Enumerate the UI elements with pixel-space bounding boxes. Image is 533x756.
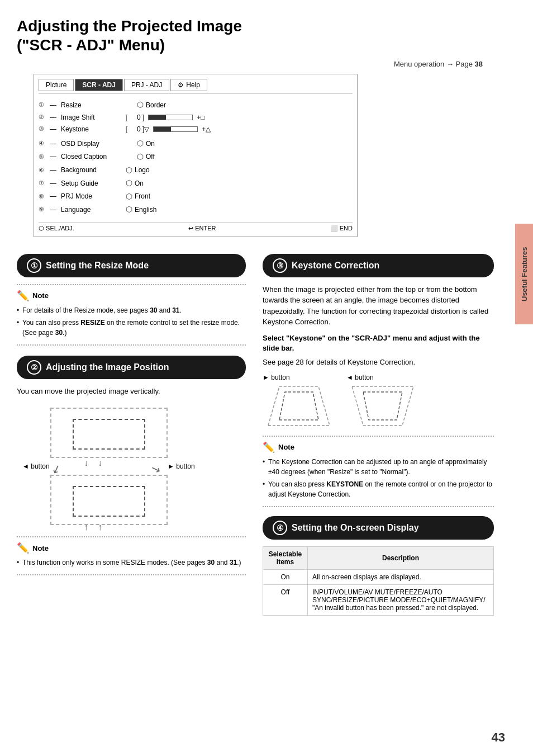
menu-row-language: ⑨ — Language ⬡ English	[39, 203, 353, 216]
arrow-icon-6: ⬡	[126, 165, 132, 176]
section1-header: ① Setting the Resize Mode	[17, 254, 246, 277]
slider-bar-keystone	[153, 126, 198, 132]
keystone-left-item: ◄ button	[346, 374, 419, 430]
table-cell-off-desc: INPUT/VOLUME/AV MUTE/FREEZE/AUTO SYNC/RE…	[308, 584, 494, 615]
note2-label: Note	[32, 544, 49, 552]
row-value-language: ⬡ English	[126, 204, 353, 215]
up-arrow2: ↑	[98, 522, 102, 532]
menu-tab-help: ⚙ Help	[170, 79, 207, 91]
menu-footer: ⬡ SEL./ADJ. ↩ ENTER ⬜ END	[39, 222, 353, 232]
section2-number: ②	[27, 360, 41, 375]
row-value-imageshift: 0 ]+□	[137, 113, 353, 122]
table-header-desc: Description	[308, 546, 494, 569]
row-dash-4: —	[50, 139, 59, 149]
row-value-keystone: 0 ]▽+△	[137, 125, 353, 134]
row-num-3: ③	[39, 125, 50, 133]
row-num-4: ④	[39, 139, 50, 148]
row-dash-1: —	[50, 101, 59, 110]
footer-seladj: ⬡ SEL./ADJ.	[39, 225, 74, 232]
menu-tab-scradj: SCR - ADJ	[75, 79, 123, 91]
table-cell-on: On	[263, 569, 308, 584]
section4-title: Setting the On-screen Display	[292, 523, 419, 533]
note3-content: The Keystone Correction can be adjusted …	[263, 457, 494, 499]
table-row-on: On All on-screen displays are displayed.	[263, 569, 494, 584]
note1-content: For details of the Resize mode, see page…	[17, 305, 246, 338]
title-line1: Adjusting the Projected Image	[17, 17, 242, 35]
keystone-left-svg	[346, 384, 419, 428]
table-cell-on-desc: All on-screen displays are displayed.	[308, 569, 494, 584]
btn-left-label: ◄ button	[22, 462, 50, 470]
row-num-6: ⑥	[39, 166, 50, 174]
footer-end: ⬜ END	[330, 225, 353, 232]
note1-item2: You can also press RESIZE on the remote …	[17, 318, 246, 338]
note2-content: This function only works in some RESIZE …	[17, 557, 246, 568]
menu-operation: Menu operation → Page 38	[17, 60, 516, 68]
menu-row-background: ⑥ — Background ⬡ Logo	[39, 164, 353, 177]
row-num-9: ⑨	[39, 205, 50, 214]
btn-right-label: ► button	[168, 462, 195, 470]
header-section: Adjusting the Projected Image ("SCR - AD…	[0, 0, 533, 254]
inner-rect-top	[73, 419, 145, 450]
note2-title: ✏️ Note	[17, 542, 246, 554]
down-arrow1: ↓	[84, 458, 88, 468]
right-column: ③ Keystone Correction When the image is …	[257, 254, 516, 627]
page-title: Adjusting the Projected Image ("SCR - AD…	[17, 17, 516, 54]
note1-title: ✏️ Note	[17, 290, 246, 302]
section1-title: Setting the Resize Mode	[46, 261, 149, 271]
keystone-left-inner	[363, 392, 402, 420]
menu-row-imageshift: ② — Image Shift [ 0 ]+□	[39, 112, 353, 124]
row-num-8: ⑧	[39, 192, 50, 201]
menu-row-caption: ⑤ — Closed Caption ⬡ Off	[39, 150, 353, 164]
keystone-right-inner	[279, 392, 318, 420]
side-tab: Useful Features	[515, 224, 533, 324]
table-row-off: Off INPUT/VOLUME/AV MUTE/FREEZE/AUTO SYN…	[263, 584, 494, 615]
section4-number: ④	[273, 521, 287, 535]
menu-op-label: Menu operation → Page	[394, 60, 475, 68]
osd-table: Selectable items Description On All on-s…	[263, 546, 494, 616]
menu-row-resize: ① — Resize ⬡ Border	[39, 98, 353, 112]
table-cell-off: Off	[263, 584, 308, 615]
row-label-osd: OSD Display	[59, 139, 126, 149]
slider-bar-shift	[148, 115, 193, 120]
menu-op-page: 38	[475, 60, 483, 68]
section4-header: ④ Setting the On-screen Display	[263, 516, 494, 540]
note1-icon: ✏️	[17, 290, 29, 302]
row-dash-5: —	[50, 152, 59, 162]
row-value-setupguide: ⬡ On	[126, 178, 353, 189]
section2-note: ✏️ Note This function only works in some…	[17, 536, 246, 575]
menu-tab-prjadj: PRJ - ADJ	[124, 79, 169, 91]
menu-row-setupguide: ⑦ — Setup Guide ⬡ On	[39, 177, 353, 190]
row-label-imageshift: Image Shift	[59, 113, 126, 122]
section1-note: ✏️ Note For details of the Resize mode, …	[17, 284, 246, 346]
row-value-background: ⬡ Logo	[126, 165, 353, 176]
section2-title: Adjusting the Image Position	[46, 362, 169, 372]
menu-row-osd: ④ — OSD Display ⬡ On	[39, 137, 353, 150]
section3-pageref: See page 28 for details of Keystone Corr…	[263, 357, 494, 368]
row-label-language: Language	[59, 205, 126, 215]
row-bracket-2: [	[126, 113, 137, 122]
row-label-setupguide: Setup Guide	[59, 179, 126, 188]
note3-label: Note	[278, 443, 294, 451]
row-dash-7: —	[50, 179, 59, 188]
row-bracket-3: [	[126, 125, 137, 134]
section1-number: ①	[27, 258, 41, 273]
row-value-prjmode: ⬡ Front	[126, 191, 353, 202]
footer-enter: ↩ ENTER	[188, 225, 216, 232]
side-tab-label: Useful Features	[520, 247, 529, 301]
row-num-1: ①	[39, 101, 50, 109]
up-arrow1: ↑	[84, 522, 88, 532]
row-label-keystone: Keystone	[59, 125, 126, 134]
menu-rows: ① — Resize ⬡ Border ② — Image Shift [ 0 …	[39, 96, 353, 219]
note1-item1: For details of the Resize mode, see page…	[17, 305, 246, 315]
row-num-2: ②	[39, 113, 50, 121]
keystone-right-svg	[263, 384, 335, 428]
section2-desc: You can move the projected image vertica…	[17, 386, 246, 397]
note1-label: Note	[32, 291, 49, 300]
keystone-right-label: ► button	[263, 374, 335, 381]
section3-note: ✏️ Note The Keystone Correction can be a…	[263, 436, 494, 507]
arrow-icon-9: ⬡	[126, 204, 132, 215]
row-value-osd: ⬡ On	[137, 138, 353, 149]
note3-title: ✏️ Note	[263, 441, 494, 453]
arrow-icon-4: ⬡	[137, 138, 144, 149]
row-label-prjmode: PRJ Mode	[59, 192, 126, 201]
